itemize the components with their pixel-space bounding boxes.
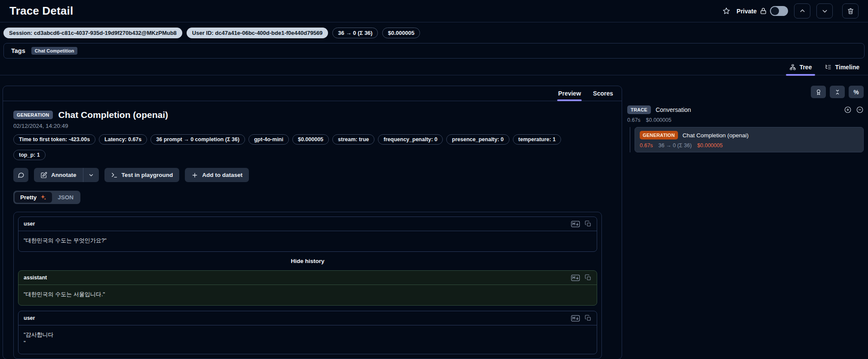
playground-button[interactable]: Test in playground — [104, 168, 180, 182]
generation-actions: Annotate Test in playground Add to datas… — [13, 168, 611, 182]
user-id-badge[interactable]: User ID: dc47a41e-06bc-400d-bde1-f0e440d… — [187, 28, 328, 38]
toggle-metrics-button[interactable]: % — [849, 86, 864, 98]
sparkles-icon — [40, 194, 46, 201]
observation-panel: Preview Scores GENERATION Chat Completio… — [3, 86, 622, 359]
trace-title: Conversation — [656, 106, 691, 113]
pretty-label: Pretty — [20, 194, 37, 201]
copy-icon[interactable] — [585, 274, 592, 281]
add-to-dataset-label: Add to dataset — [202, 172, 242, 178]
tags-label: Tags — [11, 47, 25, 54]
topbar-actions: Private — [722, 3, 859, 19]
trace-type-badge: TRACE — [627, 105, 651, 114]
trace-metrics: 0.67s $0.000005 — [627, 117, 864, 123]
pill-token-usage: 36 prompt → 0 completion (Σ 36) — [150, 134, 245, 145]
tab-tree[interactable]: Tree — [789, 64, 812, 75]
observation-title: Chat Completion (openai) — [683, 132, 749, 139]
markdown-toggle-icon[interactable] — [571, 221, 580, 227]
privacy-control: Private — [736, 6, 788, 16]
panel-tabs: Preview Scores — [3, 86, 622, 101]
annotate-split-button: Annotate — [34, 168, 99, 182]
annotate-button[interactable]: Annotate — [34, 168, 83, 182]
toggle-thumb — [771, 7, 779, 15]
pill-temperature: temperature: 1 — [513, 134, 561, 145]
chevron-down-icon — [88, 172, 94, 178]
token-usage-badge: 36 → 0 (Σ 36) — [332, 28, 378, 38]
messages-container: user "대한민국의 수도는 무엇인가요?" Hide history ass… — [13, 212, 602, 359]
pill-stream: stream: true — [332, 134, 374, 145]
tree-icon — [789, 64, 796, 71]
copy-icon[interactable] — [585, 220, 592, 227]
message-role: assistant — [24, 275, 47, 281]
collapse-node-icon[interactable] — [856, 106, 864, 114]
next-trace-button[interactable] — [816, 3, 833, 19]
tab-timeline-label: Timeline — [835, 64, 859, 71]
hide-history-button[interactable]: Hide history — [18, 258, 597, 264]
format-json-segment[interactable]: JSON — [52, 192, 79, 203]
terminal-icon — [111, 172, 118, 179]
annotate-dropdown-button[interactable] — [83, 168, 99, 182]
topbar: Trace Detail Private — [0, 0, 868, 22]
scores-award-button[interactable] — [811, 86, 826, 98]
markdown-toggle-icon[interactable] — [571, 275, 580, 281]
message-card-user-1: user "대한민국의 수도는 무엇인가요?" — [18, 217, 597, 252]
message-content: "대한민국의 수도는 서울입니다." — [18, 285, 597, 305]
message-header: user — [18, 217, 597, 231]
format-toggle: Pretty JSON — [13, 191, 80, 204]
generation-params-row-1: Time to first token: -423.00s Latency: 0… — [13, 134, 611, 145]
json-label: JSON — [58, 194, 74, 201]
previous-trace-button[interactable] — [794, 3, 810, 19]
star-icon[interactable] — [722, 7, 730, 15]
message-actions — [571, 315, 592, 322]
tab-scores[interactable]: Scores — [593, 90, 613, 101]
award-icon — [815, 89, 822, 96]
observation-tokens: 36 → 0 (Σ 36) — [659, 142, 692, 149]
generation-type-badge: GENERATION — [640, 131, 678, 139]
trace-root-row[interactable]: TRACE Conversation — [627, 105, 864, 114]
page-title: Trace Detail — [9, 4, 73, 18]
format-pretty-segment[interactable]: Pretty — [15, 192, 52, 203]
view-tabs: Tree Timeline — [0, 59, 868, 75]
add-to-dataset-button[interactable]: Add to dataset — [185, 168, 249, 182]
tree-children: GENERATION Chat Completion (openai) 0.67… — [630, 127, 864, 152]
tree-expand-controls — [844, 106, 864, 114]
pill-frequency-penalty: frequency_penalty: 0 — [378, 134, 443, 145]
comment-button[interactable] — [13, 168, 28, 182]
trace-latency: 0.67s — [627, 117, 641, 123]
tree-toolbar: % — [627, 86, 864, 98]
message-role: user — [24, 221, 35, 227]
tag-chat-competition[interactable]: Chat Competition — [31, 47, 78, 55]
annotate-pencil-icon — [40, 172, 47, 179]
trace-cost: $0.000005 — [646, 117, 672, 123]
privacy-toggle[interactable] — [770, 6, 788, 16]
tab-timeline[interactable]: Timeline — [825, 64, 859, 75]
observation-row-selected[interactable]: GENERATION Chat Completion (openai) 0.67… — [635, 127, 864, 152]
plus-icon — [191, 172, 198, 179]
fold-vertical-icon — [834, 89, 841, 96]
session-badge[interactable]: Session: cd3abcd6-c81c-4037-935d-19d9f27… — [3, 28, 182, 38]
delete-trace-button[interactable] — [842, 3, 859, 19]
generation-type-badge: GENERATION — [13, 111, 53, 119]
pill-top-p: top_p: 1 — [13, 150, 46, 160]
playground-label: Test in playground — [122, 172, 173, 178]
pill-model[interactable]: gpt-4o-mini — [248, 134, 289, 145]
message-content: "대한민국의 수도는 무엇인가요?" — [18, 231, 597, 251]
generation-title: Chat Completion (openai) — [58, 110, 169, 120]
message-role: user — [24, 315, 35, 321]
trash-icon — [847, 7, 854, 15]
annotate-label: Annotate — [51, 172, 77, 178]
observation-latency: 0.67s — [640, 142, 653, 149]
copy-icon[interactable] — [585, 315, 592, 322]
comment-icon — [17, 171, 25, 179]
pill-cost: $0.000005 — [292, 134, 329, 145]
message-card-user-2: user "감사합니다 " — [18, 311, 597, 354]
tab-preview[interactable]: Preview — [558, 90, 581, 101]
chevron-up-icon — [799, 7, 806, 15]
markdown-toggle-icon[interactable] — [571, 315, 580, 322]
expand-all-icon[interactable] — [844, 106, 852, 114]
message-content: "감사합니다 " — [18, 325, 597, 354]
message-card-assistant: assistant "대한민국의 수도는 서울입니다." — [18, 270, 597, 306]
pill-time-to-first-token: Time to first token: -423.00s — [13, 134, 95, 145]
message-header: assistant — [18, 271, 597, 285]
collapse-all-button[interactable] — [830, 86, 845, 98]
panel-body: GENERATION Chat Completion (openai) 02/1… — [3, 101, 622, 359]
